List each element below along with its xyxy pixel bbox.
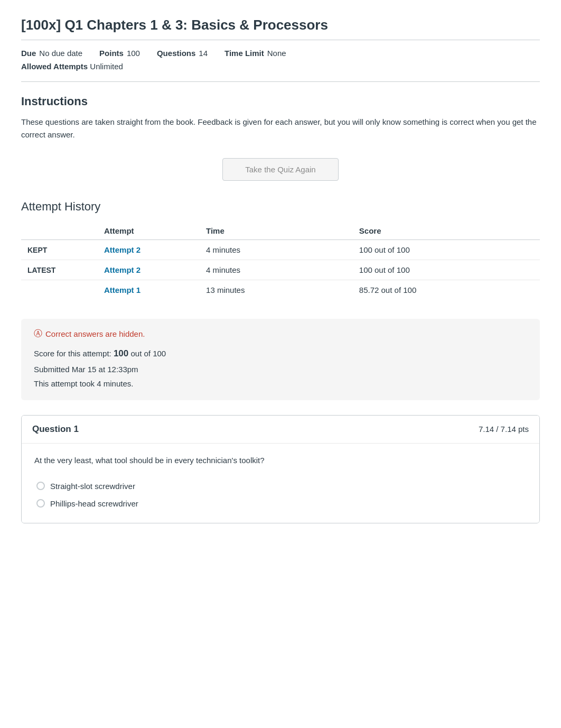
attempt-score-kept: 100 out of 100 <box>353 240 540 260</box>
allowed-attempts-label: Allowed Attempts <box>21 62 88 71</box>
question-1-title: Question 1 <box>32 424 79 435</box>
col-header-score: Score <box>353 222 540 240</box>
attempt-time-1: 13 minutes <box>200 280 353 300</box>
attempt-label-latest: LATEST <box>27 266 55 274</box>
take-quiz-button[interactable]: Take the Quiz Again <box>222 158 339 181</box>
points-value: 100 <box>127 49 140 58</box>
col-header-label <box>21 222 98 240</box>
attempt-2-link-kept[interactable]: Attempt 2 <box>104 245 141 254</box>
due-value: No due date <box>39 49 82 58</box>
correct-answers-notice: Ⓐ Correct answers are hidden. <box>34 328 527 339</box>
question-1-body: At the very least, what tool should be i… <box>22 444 539 523</box>
notice-icon: Ⓐ <box>34 328 42 339</box>
score-info: Score for this attempt: 100 out of 100 S… <box>34 346 527 391</box>
take-quiz-button-container: Take the Quiz Again <box>21 158 540 181</box>
quiz-meta-row1: Due No due date Points 100 Questions 14 … <box>21 49 540 58</box>
time-limit-label: Time Limit <box>225 49 264 58</box>
attempt-history-table: Attempt Time Score KEPT Attempt 2 4 minu… <box>21 222 540 300</box>
questions-label: Questions <box>157 49 195 58</box>
submitted-line: Submitted Mar 15 at 12:33pm <box>34 362 527 376</box>
quiz-title: [100x] Q1 Chapters 1 & 3: Basics & Proce… <box>21 17 540 40</box>
score-summary-box: Ⓐ Correct answers are hidden. Score for … <box>21 319 540 400</box>
points-label: Points <box>99 49 124 58</box>
due-label: Due <box>21 49 36 58</box>
answer-option-1[interactable]: Straight-slot screwdriver <box>34 477 527 495</box>
time-limit-value: None <box>267 49 286 58</box>
score-bold: 100 <box>114 348 128 358</box>
attempt-time-latest: 4 minutes <box>200 260 353 280</box>
col-header-attempt: Attempt <box>98 222 200 240</box>
attempt-score-latest: 100 out of 100 <box>353 260 540 280</box>
table-row: LATEST Attempt 2 4 minutes 100 out of 10… <box>21 260 540 280</box>
attempt-label-empty <box>21 280 98 300</box>
col-header-time: Time <box>200 222 353 240</box>
attempt-2-link-latest[interactable]: Attempt 2 <box>104 265 141 274</box>
score-line-prefix: Score for this attempt: <box>34 349 114 358</box>
answer-option-2[interactable]: Phillips-head screwdriver <box>34 495 527 512</box>
questions-value: 14 <box>199 49 208 58</box>
answer-label-2: Phillips-head screwdriver <box>50 499 138 508</box>
answer-radio-1[interactable] <box>36 482 45 490</box>
attempt-time-kept: 4 minutes <box>200 240 353 260</box>
quiz-meta-row2: Allowed Attempts Unlimited <box>21 62 540 82</box>
instructions-heading: Instructions <box>21 95 540 108</box>
answer-radio-2[interactable] <box>36 499 45 508</box>
attempt-label-kept: KEPT <box>27 246 47 254</box>
table-row: Attempt 1 13 minutes 85.72 out of 100 <box>21 280 540 300</box>
instructions-text: These questions are taken straight from … <box>21 116 540 141</box>
score-line: Score for this attempt: 100 out of 100 <box>34 346 527 362</box>
answer-label-1: Straight-slot screwdriver <box>50 482 135 491</box>
score-line-suffix: out of 100 <box>128 349 166 358</box>
question-1-section: Question 1 7.14 / 7.14 pts At the very l… <box>21 415 540 523</box>
question-1-points: 7.14 / 7.14 pts <box>479 425 529 434</box>
attempt-score-1: 85.72 out of 100 <box>353 280 540 300</box>
attempt-history-heading: Attempt History <box>21 200 540 214</box>
question-1-text: At the very least, what tool should be i… <box>34 454 527 467</box>
allowed-attempts-value: Unlimited <box>90 62 123 71</box>
duration-line: This attempt took 4 minutes. <box>34 376 527 391</box>
table-row: KEPT Attempt 2 4 minutes 100 out of 100 <box>21 240 540 260</box>
question-1-header: Question 1 7.14 / 7.14 pts <box>22 416 539 444</box>
attempt-1-link[interactable]: Attempt 1 <box>104 285 141 294</box>
notice-text: Correct answers are hidden. <box>45 329 145 338</box>
